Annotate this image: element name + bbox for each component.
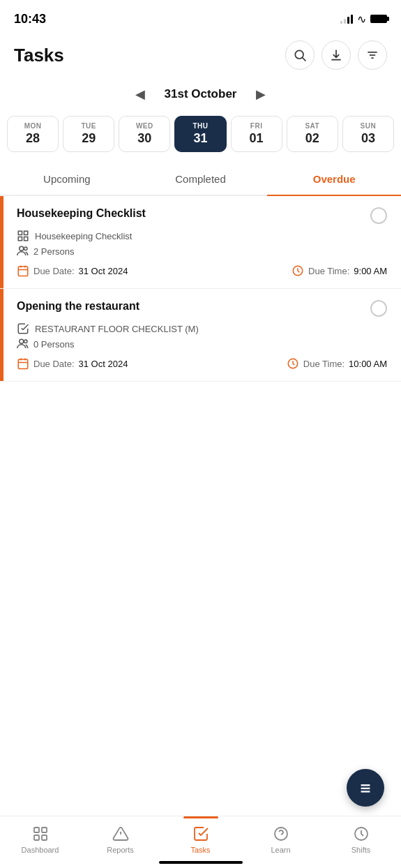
nav-label-reports: Reports xyxy=(107,846,134,854)
day-fri[interactable]: FRI 01 xyxy=(231,116,282,152)
due-date-label: Due Date: xyxy=(33,359,75,369)
header-actions xyxy=(285,40,387,70)
dashboard-icon xyxy=(31,825,50,843)
download-button[interactable] xyxy=(321,40,351,70)
status-bar: 10:43 ∿ xyxy=(0,0,401,35)
task-checkbox[interactable] xyxy=(370,300,387,317)
nav-item-learn[interactable]: Learn xyxy=(241,823,321,854)
task-checklist-meta: RESTAURANT FLOOR CHECKLIST (M) xyxy=(17,322,387,335)
tab-overdue[interactable]: Overdue xyxy=(267,163,401,195)
page-title: Tasks xyxy=(14,45,64,66)
task-title: Housekeeping Checklist xyxy=(17,207,146,220)
checklist-grid-icon xyxy=(17,230,29,242)
svg-point-9 xyxy=(20,246,24,250)
persons-icon xyxy=(17,245,29,257)
task-title: Opening the restaurant xyxy=(17,300,139,313)
day-thu[interactable]: THU 31 xyxy=(174,116,226,152)
task-persons: 2 Persons xyxy=(17,245,387,257)
signal-icon xyxy=(340,14,353,24)
header: Tasks xyxy=(0,35,401,81)
task-dates: Due Date: 31 Oct 2024 Due Time: 10:00 AM xyxy=(17,357,387,370)
task-checklist-name: RESTAURANT FLOOR CHECKLIST (M) xyxy=(35,324,199,334)
task-persons: 0 Persons xyxy=(17,338,387,350)
svg-point-16 xyxy=(20,339,24,343)
svg-point-10 xyxy=(24,247,28,250)
task-persons-count: 2 Persons xyxy=(33,246,75,257)
persons-icon xyxy=(17,338,29,350)
due-time-label: Due Time: xyxy=(308,266,349,276)
prev-month-button[interactable]: ◀ xyxy=(130,84,151,105)
reports-icon xyxy=(112,825,130,843)
due-date-value: 31 Oct 2024 xyxy=(79,266,128,276)
nav-item-shifts[interactable]: Shifts xyxy=(321,823,401,854)
nav-item-dashboard[interactable]: Dashboard xyxy=(0,823,80,854)
tab-completed[interactable]: Completed xyxy=(134,163,268,195)
task-checkbox[interactable] xyxy=(370,207,387,224)
due-time-value: 10:00 AM xyxy=(349,359,387,369)
task-dates: Due Date: 31 Oct 2024 Due Time: 9:00 AM xyxy=(17,264,387,277)
svg-rect-8 xyxy=(24,237,28,241)
due-time-value: 9:00 AM xyxy=(354,266,387,276)
clock-icon xyxy=(287,357,299,370)
calendar-icon xyxy=(17,357,29,370)
svg-point-32 xyxy=(275,828,287,840)
status-icons: ∿ xyxy=(340,13,387,26)
nav-item-reports[interactable]: Reports xyxy=(80,823,160,854)
task-due-date: Due Date: 31 Oct 2024 xyxy=(17,264,128,277)
nav-label-learn: Learn xyxy=(271,846,290,854)
svg-point-0 xyxy=(295,50,303,59)
day-sat[interactable]: SAT 02 xyxy=(287,116,338,152)
day-tue[interactable]: TUE 29 xyxy=(63,116,114,152)
fab-button[interactable] xyxy=(347,769,384,807)
due-time-label: Due Time: xyxy=(303,359,345,369)
task-checklist-meta: Housekeeping Checklist xyxy=(17,230,387,242)
learn-icon xyxy=(272,825,290,843)
bottom-nav: Dashboard Reports Tasks xyxy=(0,816,401,868)
calendar-icon xyxy=(17,264,29,277)
day-wed[interactable]: WED 30 xyxy=(119,116,170,152)
svg-rect-7 xyxy=(18,237,22,241)
svg-rect-27 xyxy=(42,828,47,832)
task-card[interactable]: Opening the restaurant RESTAURANT FLOOR … xyxy=(0,289,401,382)
next-month-button[interactable]: ▶ xyxy=(250,84,271,105)
day-selector: MON 28 TUE 29 WED 30 THU 31 FRI 01 SAT 0… xyxy=(0,116,401,152)
tasks-icon xyxy=(192,825,210,843)
task-card[interactable]: Housekeeping Checklist Housekeeping Chec… xyxy=(0,196,401,289)
svg-rect-26 xyxy=(34,828,39,832)
clock-icon xyxy=(292,264,304,277)
current-month-label: 31st October xyxy=(165,87,237,101)
tabs: Upcoming Completed Overdue xyxy=(0,163,401,196)
svg-rect-6 xyxy=(24,231,28,234)
svg-rect-18 xyxy=(18,359,28,369)
filter-button[interactable] xyxy=(358,40,387,70)
due-date-value: 31 Oct 2024 xyxy=(79,359,128,369)
download-icon xyxy=(329,48,343,62)
nav-label-tasks: Tasks xyxy=(190,846,210,854)
task-due-time: Due Time: 10:00 AM xyxy=(287,357,387,370)
day-mon[interactable]: MON 28 xyxy=(7,116,59,152)
home-indicator xyxy=(159,861,243,864)
task-header: Opening the restaurant xyxy=(17,300,387,317)
svg-rect-5 xyxy=(18,231,22,234)
tab-upcoming[interactable]: Upcoming xyxy=(0,163,134,195)
svg-rect-29 xyxy=(42,835,47,840)
svg-rect-11 xyxy=(18,267,28,276)
task-due-time: Due Time: 9:00 AM xyxy=(292,264,387,277)
due-date-label: Due Date: xyxy=(33,266,75,276)
date-nav: ◀ 31st October ▶ xyxy=(0,81,401,116)
task-list: Housekeeping Checklist Housekeeping Chec… xyxy=(0,196,401,382)
day-sun[interactable]: SUN 03 xyxy=(342,116,394,152)
battery-icon xyxy=(370,15,387,23)
filter-icon xyxy=(365,48,379,62)
task-header: Housekeeping Checklist xyxy=(17,207,387,224)
nav-label-dashboard: Dashboard xyxy=(22,846,59,854)
svg-line-1 xyxy=(303,58,306,61)
svg-point-17 xyxy=(24,340,28,343)
svg-rect-28 xyxy=(34,835,39,840)
wifi-icon: ∿ xyxy=(357,13,366,26)
task-checklist-name: Housekeeping Checklist xyxy=(35,231,132,241)
shifts-icon xyxy=(352,825,370,843)
search-button[interactable] xyxy=(285,40,315,70)
nav-item-tasks[interactable]: Tasks xyxy=(160,823,241,854)
status-time: 10:43 xyxy=(14,12,46,27)
